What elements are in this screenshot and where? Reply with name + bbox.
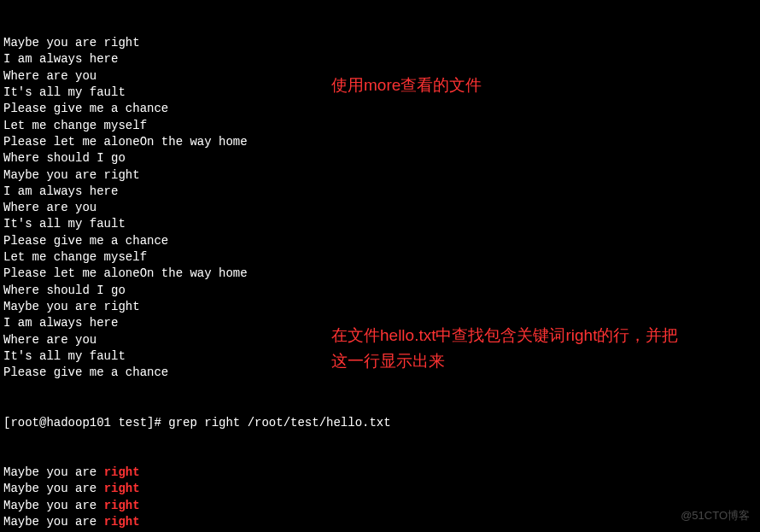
terminal-output-line: I am always here — [3, 184, 757, 200]
watermark: @51CTO博客 — [681, 508, 750, 523]
grep-match-text: right — [104, 515, 140, 529]
terminal-output-line: Let me change myself — [3, 249, 757, 266]
grep-output-block: Maybe you are rightMaybe you are rightMa… — [3, 465, 757, 532]
terminal-output-line: Please give me a chance — [3, 101, 757, 117]
terminal-output-line: Maybe you are right — [3, 167, 757, 184]
terminal-output-line: Please let me aloneOn the way home — [3, 266, 757, 282]
grep-line-prefix: Maybe you are — [3, 465, 104, 479]
grep-match-text: right — [104, 482, 140, 495]
annotation-grep: 在文件hello.txt中查找包含关键词right的行，并把这一行显示出来 — [331, 323, 690, 375]
terminal-output-line: Let me change myself — [3, 118, 757, 134]
terminal-output-line: Please give me a chance — [3, 233, 757, 249]
grep-line-prefix: Maybe you are — [3, 515, 104, 529]
grep-match-text: right — [104, 499, 140, 512]
grep-result-line: Maybe you are right — [3, 481, 757, 497]
grep-result-line: Maybe you are right — [3, 514, 757, 530]
terminal-output-line: Maybe you are right — [3, 35, 757, 51]
grep-line-prefix: Maybe you are — [3, 482, 104, 495]
annotation-more: 使用more查看的文件 — [331, 73, 482, 98]
terminal-output-line: Please let me aloneOn the way home — [3, 134, 757, 150]
grep-result-line: Maybe you are right — [3, 498, 757, 514]
grep-result-line: Maybe you are right — [3, 465, 757, 481]
grep-command: grep right /root/test/hello.txt — [168, 416, 390, 430]
grep-line-prefix: Maybe you are — [3, 499, 104, 512]
terminal-output-line: Where should I go — [3, 150, 757, 167]
command-line-grep: [root@hadoop101 test]# grep right /root/… — [3, 415, 757, 431]
terminal-output-line: I am always here — [3, 51, 757, 67]
terminal-output-line: Where are you — [3, 200, 757, 216]
terminal-output-line: It's all my fault — [3, 216, 757, 232]
grep-match-text: right — [104, 465, 140, 479]
shell-prompt: [root@hadoop101 test]# — [3, 416, 168, 430]
terminal-output-line: Maybe you are right — [3, 299, 757, 315]
terminal-output-line: Where should I go — [3, 283, 757, 299]
